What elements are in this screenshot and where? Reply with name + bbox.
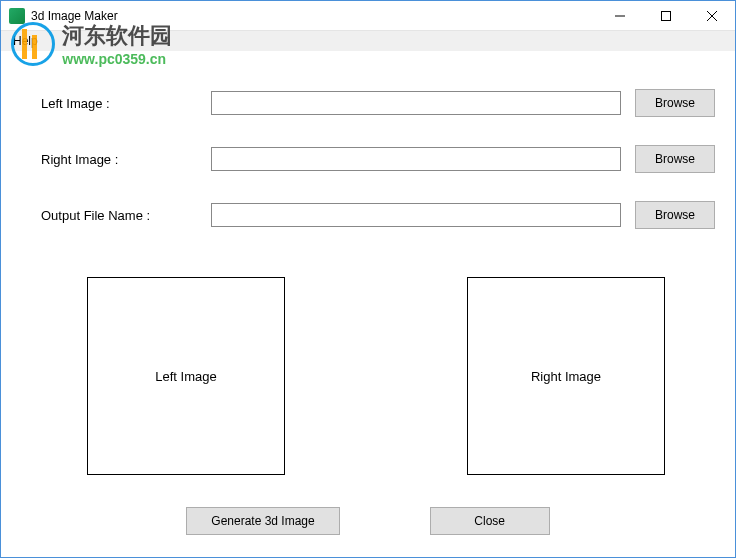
- right-image-input[interactable]: [211, 147, 621, 171]
- left-preview-box: Left Image: [87, 277, 285, 475]
- browse-right-button[interactable]: Browse: [635, 145, 715, 173]
- bottom-button-bar: Generate 3d Image Close: [1, 507, 735, 535]
- close-button[interactable]: Close: [430, 507, 550, 535]
- output-label: Output File Name :: [41, 208, 211, 223]
- menu-help[interactable]: Help: [7, 32, 44, 50]
- browse-output-button[interactable]: Browse: [635, 201, 715, 229]
- window-title: 3d Image Maker: [31, 9, 118, 23]
- right-image-label: Right Image :: [41, 152, 211, 167]
- generate-button[interactable]: Generate 3d Image: [186, 507, 339, 535]
- window-controls: [597, 1, 735, 31]
- browse-left-button[interactable]: Browse: [635, 89, 715, 117]
- left-image-label: Left Image :: [41, 96, 211, 111]
- left-image-input[interactable]: [211, 91, 621, 115]
- app-icon: [9, 8, 25, 24]
- right-image-row: Right Image : Browse: [41, 145, 715, 173]
- svg-rect-1: [662, 12, 671, 21]
- close-window-button[interactable]: [689, 1, 735, 31]
- minimize-button[interactable]: [597, 1, 643, 31]
- right-preview-placeholder: Right Image: [531, 369, 601, 384]
- content-area: Left Image : Browse Right Image : Browse…: [1, 51, 735, 495]
- left-preview-placeholder: Left Image: [155, 369, 216, 384]
- menu-bar: Help: [1, 31, 735, 51]
- right-preview-box: Right Image: [467, 277, 665, 475]
- maximize-button[interactable]: [643, 1, 689, 31]
- left-image-row: Left Image : Browse: [41, 89, 715, 117]
- output-row: Output File Name : Browse: [41, 201, 715, 229]
- output-input[interactable]: [211, 203, 621, 227]
- preview-area: Left Image Right Image: [41, 257, 715, 475]
- title-bar: 3d Image Maker: [1, 1, 735, 31]
